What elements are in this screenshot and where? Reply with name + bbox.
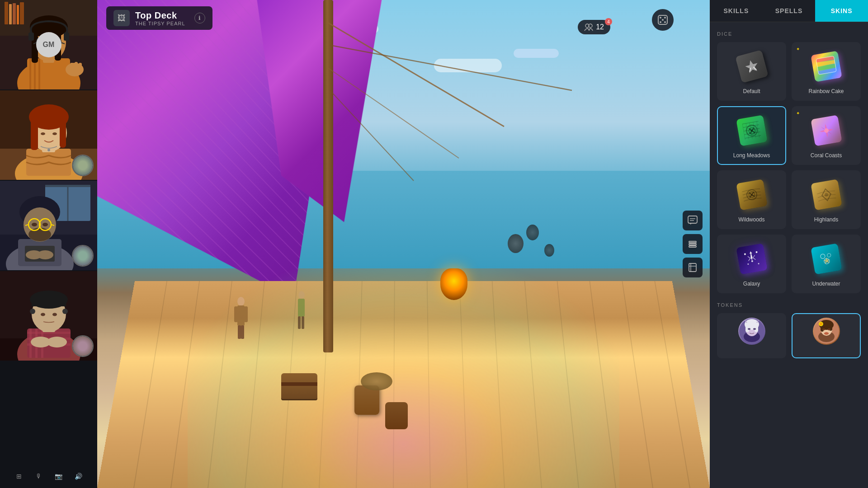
chat-icon <box>688 216 698 225</box>
skin-label-wildwoods: Wildwoods <box>738 216 764 223</box>
skin-label-highlands: Highlands <box>814 216 838 223</box>
volume-button[interactable]: 🔊 <box>72 470 85 483</box>
bottom-controls: ⊞ 🎙 📷 🔊 <box>0 465 97 488</box>
tab-skins[interactable]: SKINS <box>815 0 868 22</box>
skin-card-underwater[interactable]: Underwater <box>792 235 861 293</box>
svg-point-103 <box>664 17 666 19</box>
skin-label-meadows: Long Meadows <box>733 152 770 159</box>
svg-point-148 <box>753 328 756 330</box>
svg-rect-110 <box>689 241 696 243</box>
svg-point-132 <box>824 192 828 197</box>
svg-point-135 <box>747 263 749 265</box>
svg-point-128 <box>746 189 757 200</box>
svg-point-102 <box>660 17 661 19</box>
video-feed-2 <box>0 90 97 181</box>
svg-rect-5 <box>17 5 19 24</box>
tab-spells[interactable]: SPELLS <box>763 0 816 22</box>
token-card-1[interactable] <box>717 313 786 358</box>
cube-default <box>735 50 768 83</box>
player-notification: 4 <box>605 18 612 25</box>
svg-point-138 <box>820 254 826 259</box>
cube-galaxy <box>736 243 768 275</box>
cube-underwater <box>811 243 842 275</box>
svg-point-159 <box>824 332 829 335</box>
lantern-1 <box>440 268 467 300</box>
chest <box>281 373 317 400</box>
svg-point-80 <box>62 309 68 314</box>
book-icon <box>688 263 698 272</box>
svg-rect-123 <box>738 117 765 144</box>
svg-point-127 <box>824 128 829 133</box>
svg-point-157 <box>822 328 825 330</box>
figure-left <box>232 295 250 342</box>
svg-point-39 <box>41 132 45 135</box>
svg-point-147 <box>748 328 750 330</box>
panel-content: DICE Default ✦ <box>710 22 868 488</box>
cube-rainbow <box>811 51 842 82</box>
token-visual-1 <box>738 318 765 345</box>
svg-rect-107 <box>688 216 697 223</box>
svg-rect-112 <box>689 246 696 247</box>
skin-card-meadows[interactable]: Long Meadows <box>717 106 786 165</box>
svg-rect-4 <box>13 3 16 24</box>
dice-section-title: DICE <box>717 31 861 37</box>
skin-card-rainbow[interactable]: ✦ Rainbow Cake <box>792 42 861 101</box>
svg-rect-2 <box>5 2 8 24</box>
underwater-dice-icon <box>813 246 840 272</box>
barrel-2 <box>385 402 408 429</box>
svg-rect-98 <box>302 316 304 329</box>
svg-point-104 <box>660 21 661 23</box>
dice-button[interactable] <box>652 9 674 31</box>
skin-label-default: Default <box>743 88 760 94</box>
svg-rect-38 <box>60 116 66 148</box>
layers-tool-button[interactable] <box>683 234 703 254</box>
right-panel: SKILLS SPELLS SKINS DICE De <box>710 0 868 488</box>
svg-point-64 <box>37 250 53 259</box>
svg-rect-92 <box>244 306 248 322</box>
svg-rect-113 <box>689 263 696 272</box>
dice-visual-highlands <box>808 177 844 213</box>
player-count: 12 4 <box>578 20 610 34</box>
svg-point-61 <box>32 223 37 226</box>
svg-point-139 <box>827 253 831 257</box>
players-icon <box>584 23 593 32</box>
svg-rect-94 <box>241 325 244 339</box>
svg-rect-90 <box>237 305 245 326</box>
svg-point-136 <box>758 263 759 264</box>
video-feed-4 <box>0 271 97 361</box>
skin-card-default[interactable]: Default <box>717 42 786 101</box>
left-panel: GM <box>0 0 97 488</box>
token-visual-2 <box>813 318 840 345</box>
skin-card-coral[interactable]: ✦ Cora <box>792 106 861 165</box>
book-tool-button[interactable] <box>683 258 703 277</box>
skin-label-coral: Coral Coasts <box>811 152 842 159</box>
token-card-2[interactable] <box>792 313 861 358</box>
camera-button[interactable]: 📷 <box>52 470 65 483</box>
svg-point-95 <box>298 291 305 299</box>
dice-visual-coral <box>808 113 844 149</box>
svg-rect-24 <box>28 33 34 41</box>
mic-button[interactable]: 🎙 <box>33 470 45 483</box>
skin-card-galaxy[interactable]: Galaxy <box>717 235 786 293</box>
scene-name: Top Deck <box>135 10 185 21</box>
right-tools <box>683 211 703 277</box>
svg-point-62 <box>42 223 48 226</box>
skin-card-wildwoods[interactable]: Wildwoods <box>717 170 786 229</box>
dice-visual-wildwoods <box>734 177 770 213</box>
chat-tool-button[interactable] <box>683 211 703 230</box>
tab-skills[interactable]: SKILLS <box>710 0 763 22</box>
svg-point-156 <box>820 323 822 325</box>
svg-point-84 <box>47 337 67 347</box>
wildwoods-dice-icon <box>739 182 765 208</box>
svg-rect-28 <box>75 62 78 74</box>
svg-rect-10 <box>34 58 36 90</box>
skin-card-highlands[interactable]: Highlands <box>792 170 861 229</box>
video-feed-3 <box>0 181 97 271</box>
scene-info-button[interactable]: ℹ <box>194 13 205 23</box>
default-dice-icon <box>741 56 761 76</box>
tokens-section-title: TOKENS <box>717 302 861 308</box>
screen-share-button[interactable]: ⊞ <box>13 470 25 483</box>
highlands-dice-icon <box>813 182 840 208</box>
tab-bar: SKILLS SPELLS SKINS <box>710 0 868 22</box>
svg-rect-111 <box>689 244 696 245</box>
